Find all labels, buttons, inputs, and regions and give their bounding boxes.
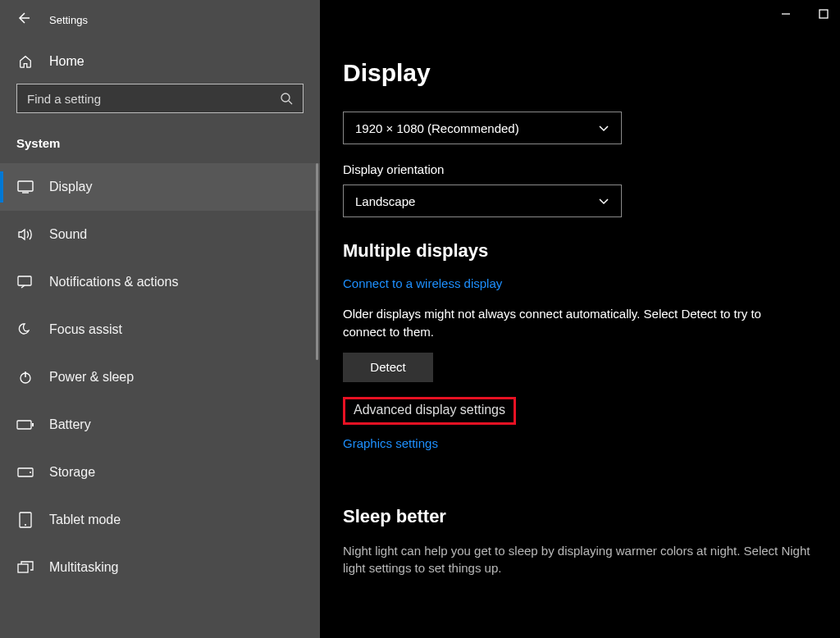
sidebar-item-label: Notifications & actions bbox=[49, 275, 178, 289]
maximize-button[interactable] bbox=[817, 8, 830, 21]
search-placeholder: Find a setting bbox=[27, 92, 101, 106]
orientation-dropdown[interactable]: Landscape bbox=[343, 185, 622, 217]
svg-line-1 bbox=[289, 101, 292, 104]
sidebar-item-label: Battery bbox=[49, 417, 91, 432]
home-nav[interactable]: Home bbox=[0, 39, 320, 84]
notifications-icon bbox=[16, 276, 34, 289]
sleep-better-heading: Sleep better bbox=[343, 506, 840, 527]
multitasking-icon bbox=[16, 561, 34, 574]
svg-point-12 bbox=[25, 524, 26, 526]
sidebar-item-tablet-mode[interactable]: Tablet mode bbox=[0, 496, 320, 544]
orientation-value: Landscape bbox=[355, 194, 415, 208]
advanced-display-highlight: Advanced display settings bbox=[343, 397, 516, 425]
detect-description: Older displays might not always connect … bbox=[343, 305, 802, 341]
display-icon bbox=[16, 180, 34, 194]
resolution-dropdown[interactable]: 1920 × 1080 (Recommended) bbox=[343, 112, 622, 144]
resolution-value: 1920 × 1080 (Recommended) bbox=[355, 121, 519, 135]
sidebar-item-display[interactable]: Display bbox=[0, 163, 320, 211]
svg-rect-8 bbox=[32, 423, 34, 426]
chevron-down-icon bbox=[598, 121, 609, 135]
sidebar-item-multitasking[interactable]: Multitasking bbox=[0, 544, 320, 591]
sidebar-item-notifications[interactable]: Notifications & actions bbox=[0, 258, 320, 306]
sidebar-item-label: Tablet mode bbox=[49, 513, 121, 527]
home-icon bbox=[16, 54, 34, 69]
svg-point-0 bbox=[281, 93, 290, 102]
sidebar-item-sound[interactable]: Sound bbox=[0, 211, 320, 258]
sidebar-section-label: System bbox=[0, 128, 320, 163]
multiple-displays-heading: Multiple displays bbox=[343, 240, 840, 262]
orientation-label: Display orientation bbox=[343, 162, 840, 176]
sidebar-item-storage[interactable]: Storage bbox=[0, 449, 320, 496]
sound-icon bbox=[16, 228, 34, 241]
sidebar-item-label: Display bbox=[49, 180, 92, 194]
sidebar-item-label: Power & sleep bbox=[49, 370, 134, 385]
home-label: Home bbox=[49, 54, 84, 69]
connect-wireless-link[interactable]: Connect to a wireless display bbox=[343, 276, 502, 290]
window-controls bbox=[779, 8, 830, 21]
detect-button[interactable]: Detect bbox=[343, 353, 433, 382]
svg-rect-15 bbox=[819, 10, 828, 18]
titlebar-label: Settings bbox=[49, 14, 88, 26]
search-input[interactable]: Find a setting bbox=[16, 84, 304, 113]
graphics-settings-link[interactable]: Graphics settings bbox=[343, 436, 438, 450]
settings-sidebar: Settings Home Find a setting System D bbox=[0, 0, 320, 638]
sidebar-item-battery[interactable]: Battery bbox=[0, 401, 320, 449]
chevron-down-icon bbox=[598, 194, 609, 208]
sidebar-item-label: Storage bbox=[49, 465, 95, 480]
svg-point-10 bbox=[30, 472, 31, 473]
storage-icon bbox=[16, 467, 34, 477]
sleep-better-body: Night light can help you get to sleep by… bbox=[343, 542, 827, 578]
power-icon bbox=[16, 370, 34, 385]
search-icon bbox=[280, 92, 293, 105]
svg-rect-7 bbox=[17, 421, 31, 429]
focus-assist-icon bbox=[16, 322, 34, 337]
main-content: Display 1920 × 1080 (Recommended) Displa… bbox=[320, 0, 840, 638]
tablet-icon bbox=[16, 512, 34, 528]
advanced-display-link[interactable]: Advanced display settings bbox=[354, 403, 505, 417]
minimize-button[interactable] bbox=[779, 8, 792, 21]
sidebar-item-label: Sound bbox=[49, 227, 87, 242]
svg-rect-4 bbox=[18, 276, 31, 285]
svg-rect-13 bbox=[18, 564, 28, 572]
battery-icon bbox=[16, 420, 34, 430]
svg-rect-2 bbox=[18, 181, 33, 191]
sidebar-nav: Display Sound Notifications & actions Fo… bbox=[0, 163, 320, 591]
page-title: Display bbox=[343, 0, 840, 112]
titlebar: Settings bbox=[0, 0, 320, 39]
sidebar-item-power-sleep[interactable]: Power & sleep bbox=[0, 353, 320, 401]
back-button[interactable] bbox=[16, 11, 30, 28]
sidebar-item-label: Multitasking bbox=[49, 560, 118, 575]
sidebar-item-label: Focus assist bbox=[49, 322, 122, 337]
sidebar-item-focus-assist[interactable]: Focus assist bbox=[0, 306, 320, 353]
